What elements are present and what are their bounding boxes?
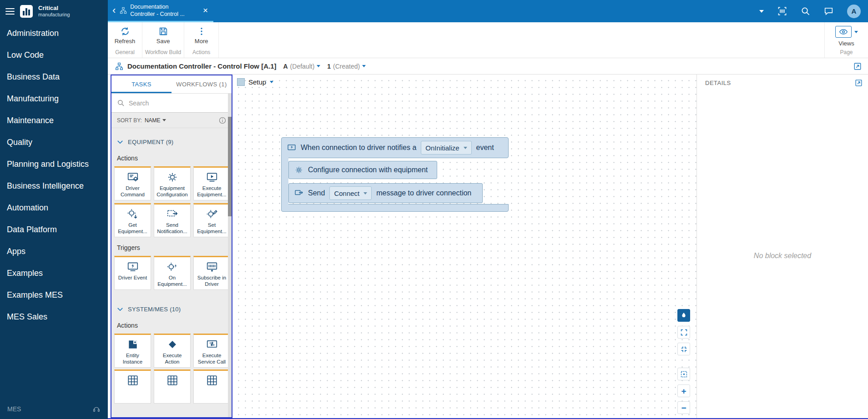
task-card[interactable] — [154, 369, 191, 404]
section-equipment[interactable]: EQUIPMENT (9) — [111, 135, 232, 150]
expand-button[interactable] — [677, 326, 690, 339]
expand-page-icon[interactable] — [853, 62, 862, 70]
scanner-icon[interactable] — [777, 6, 787, 16]
task-card-execute-service-call[interactable]: Execute Service Call — [193, 334, 230, 368]
sidebar-item-low-code[interactable]: Low Code — [0, 44, 108, 66]
task-card-driver-event[interactable]: Driver Event — [114, 256, 151, 290]
topbar-dropdown-chevron-icon[interactable] — [759, 10, 764, 13]
sidebar-item-manufacturing[interactable]: Manufacturing — [0, 88, 108, 110]
task-card-label: Set Equipment... — [194, 222, 230, 235]
task-card-send-notification[interactable]: Send Notification... — [154, 203, 191, 237]
task-card-label: Execute Action — [154, 353, 190, 365]
section-title: EQUIPMENT (9) — [128, 139, 173, 145]
headset-icon[interactable] — [92, 405, 101, 413]
sidebar-item-examples[interactable]: Examples — [0, 262, 108, 284]
sidebar-footer-label: MES — [7, 405, 21, 413]
open-details-icon[interactable] — [855, 79, 863, 87]
views-button[interactable] — [835, 26, 858, 38]
sidebar-item-automation[interactable]: Automation — [0, 197, 108, 219]
configure-text: Configure connection with equipment — [308, 166, 428, 174]
task-card-label: Driver Event — [117, 275, 148, 281]
version-selector[interactable]: A (Default) — [280, 63, 320, 70]
avatar[interactable]: A — [847, 5, 861, 18]
task-card[interactable] — [114, 369, 151, 404]
driver-command-icon — [127, 171, 139, 183]
event-dropdown-value: OnInitialize — [425, 144, 459, 152]
toolbar-group-actions: More Actions — [184, 22, 219, 58]
panel-scrollbar-thumb[interactable] — [228, 117, 232, 216]
pointer-tool-button[interactable] — [677, 309, 690, 322]
task-card-execute-equipment[interactable]: Execute Equipment... — [193, 166, 230, 200]
task-card-entity-instance[interactable]: Entity Instance — [114, 334, 151, 368]
sidebar-item-data-platform[interactable]: Data Platform — [0, 219, 108, 240]
main-area: ‹ Documentation Controller - Control ...… — [108, 0, 868, 419]
version-chevron-icon — [317, 65, 320, 67]
card-grid-partial — [111, 369, 232, 404]
fit-view-button[interactable] — [677, 368, 690, 380]
sidebar-item-apps[interactable]: Apps — [0, 240, 108, 262]
task-card-equipment-configuration[interactable]: Equipment Configuration — [154, 166, 191, 200]
details-header: DETAILS — [697, 75, 868, 91]
block-send-message[interactable]: Send Connect message to driver connectio… — [288, 183, 483, 203]
execute-action-icon — [167, 339, 178, 350]
workflow-canvas[interactable]: Setup When connection to driver notifies… — [232, 75, 696, 418]
main-sidebar: Critical manufacturing Administration Lo… — [0, 0, 108, 419]
refresh-button[interactable]: Refresh — [115, 26, 136, 45]
flow-name: Setup — [248, 78, 266, 86]
more-button[interactable]: More — [195, 26, 208, 45]
subscribe-in-driver-icon — [206, 261, 218, 273]
sidebar-item-mes-sales[interactable]: MES Sales — [0, 306, 108, 328]
save-button[interactable]: Save — [156, 26, 170, 45]
block-bottom-cap[interactable] — [281, 204, 509, 212]
section-system-mes[interactable]: SYSTEM/MES (10) — [111, 302, 232, 317]
sidebar-item-administration[interactable]: Administration — [0, 22, 108, 44]
card-grid: Entity Instance Execute Action — [111, 334, 232, 368]
sidebar-item-planning-logistics[interactable]: Planning and Logistics — [0, 153, 108, 175]
zoom-in-button[interactable]: + — [677, 384, 690, 397]
task-card-execute-action[interactable]: Execute Action — [154, 334, 191, 368]
execute-equipment-icon — [206, 171, 218, 183]
event-dropdown[interactable]: OnInitialize — [421, 141, 471, 155]
task-card-on-equipment[interactable]: On Equipment... — [154, 256, 191, 290]
message-dropdown[interactable]: Connect — [329, 186, 372, 200]
block-driver-event-trigger[interactable]: When connection to driver notifies a OnI… — [281, 137, 509, 158]
task-card-subscribe-in-driver[interactable]: Subscribe in Driver — [193, 256, 230, 290]
collapse-button[interactable] — [677, 343, 690, 355]
hamburger-menu-icon[interactable] — [5, 8, 15, 15]
tab-workflows[interactable]: WORKFLOWS (1) — [172, 75, 232, 93]
eye-icon — [835, 26, 852, 38]
chat-icon[interactable] — [824, 6, 833, 16]
sort-value-dropdown[interactable]: NAME — [145, 117, 166, 124]
refresh-icon — [120, 26, 130, 36]
tab-tasks[interactable]: TASKS — [111, 75, 172, 93]
tab-back-icon[interactable]: ‹ — [111, 5, 116, 15]
task-card-set-equipment[interactable]: Set Equipment... — [193, 203, 230, 237]
critical-manufacturing-logo-icon — [20, 5, 33, 18]
info-icon[interactable] — [219, 117, 226, 124]
sidebar-item-quality[interactable]: Quality — [0, 131, 108, 153]
task-card-label: Driver Command — [115, 185, 151, 198]
task-card-driver-command[interactable]: Driver Command — [114, 166, 151, 200]
search-icon[interactable] — [801, 6, 810, 16]
flow-selector[interactable]: Setup — [237, 78, 273, 86]
sidebar-item-business-data[interactable]: Business Data — [0, 66, 108, 88]
block-configure-connection[interactable]: Configure connection with equipment — [288, 161, 437, 179]
app-window: Critical manufacturing Administration Lo… — [0, 0, 868, 419]
task-card-label: On Equipment... — [154, 275, 190, 288]
revision-selector[interactable]: 1 (Created) — [324, 63, 366, 70]
task-card[interactable] — [193, 369, 230, 404]
sidebar-item-examples-mes[interactable]: Examples MES — [0, 284, 108, 306]
panel-scrollbar[interactable] — [228, 94, 232, 417]
sidebar-item-maintenance[interactable]: Maintenance — [0, 110, 108, 131]
sidebar-header: Critical manufacturing — [0, 0, 108, 22]
task-card-get-equipment[interactable]: Get Equipment... — [114, 203, 151, 237]
tasks-panel-tabs: TASKS WORKFLOWS (1) — [111, 75, 232, 94]
chevron-down-icon — [117, 307, 123, 311]
table-icon — [167, 374, 178, 386]
revision-value: 1 — [327, 63, 331, 70]
sidebar-item-business-intelligence[interactable]: Business Intelligence — [0, 175, 108, 197]
search-input[interactable] — [129, 100, 226, 107]
tab-close-icon[interactable]: × — [201, 5, 210, 15]
zoom-out-button[interactable]: − — [677, 401, 690, 414]
document-tab[interactable]: ‹ Documentation Controller - Control ...… — [108, 0, 213, 22]
